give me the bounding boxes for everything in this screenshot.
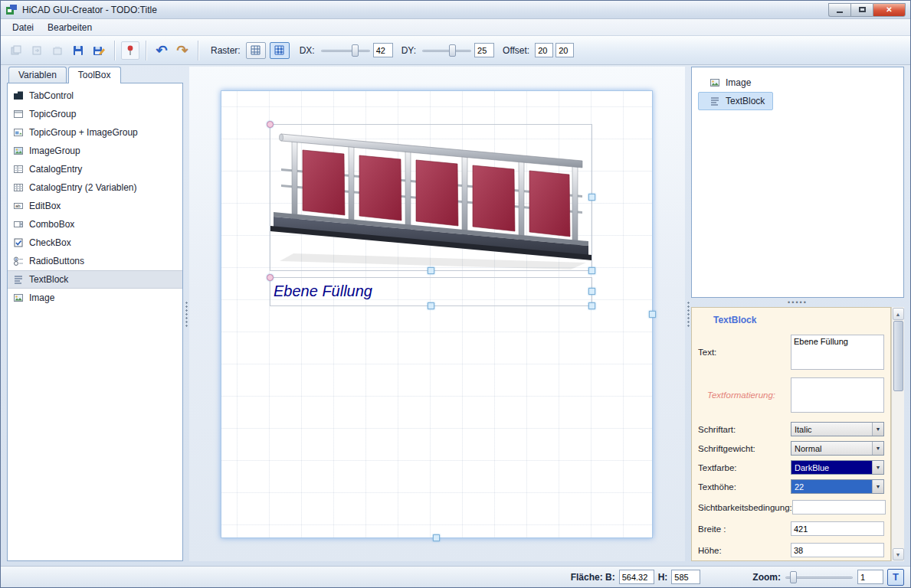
design-element-image[interactable]	[270, 124, 592, 271]
dx-slider[interactable]	[320, 43, 371, 58]
redo-icon[interactable]: ↷	[173, 41, 192, 60]
element-item-image[interactable]: Image	[698, 74, 759, 92]
toolbox-item-catalogentry-2[interactable]: CatalogEntry (2 Variablen)	[8, 178, 182, 197]
toolbox-item-label: ComboBox	[29, 219, 74, 230]
undo-icon[interactable]: ↶	[152, 41, 171, 60]
textfarbe-value: DarkBlue	[791, 461, 872, 474]
chevron-down-icon[interactable]: ▼	[872, 461, 883, 474]
scroll-up-icon[interactable]: ▲	[893, 308, 904, 320]
copy-disabled-icon[interactable]	[28, 41, 46, 60]
save-icon[interactable]	[69, 41, 87, 60]
toolbox-item-textblock[interactable]: TextBlock	[8, 270, 182, 289]
properties-splitter[interactable]: •••••	[691, 298, 904, 307]
menu-bearbeiten[interactable]: Bearbeiten	[41, 20, 99, 35]
offset-y-input[interactable]	[555, 43, 574, 57]
dy-slider-thumb[interactable]	[449, 44, 456, 57]
scrollbar-thumb[interactable]	[893, 321, 903, 391]
menu-datei[interactable]: Datei	[5, 20, 41, 35]
toolbox-item-label: TabControl	[29, 90, 74, 101]
dx-slider-thumb[interactable]	[352, 44, 359, 57]
save-as-icon[interactable]	[90, 41, 108, 60]
catalogentry-2-icon	[13, 182, 24, 193]
toolbox-item-label: ImageGroup	[29, 145, 80, 156]
toolbox-item-catalogentry[interactable]: CatalogEntry	[8, 160, 182, 178]
resize-handle-bottom-right[interactable]	[588, 302, 595, 309]
toolbox-item-topicgroup-imagegroup[interactable]: TopicGroup + ImageGroup	[8, 123, 182, 142]
rotate-handle[interactable]	[267, 121, 274, 128]
textformatierung-input[interactable]	[791, 377, 884, 413]
textfarbe-select[interactable]: DarkBlue ▼	[791, 460, 884, 475]
resize-handle-right[interactable]	[588, 194, 595, 201]
chevron-down-icon[interactable]: ▼	[872, 442, 883, 455]
tab-toolbox[interactable]: ToolBox	[68, 67, 121, 83]
chevron-down-icon[interactable]: ▼	[872, 423, 883, 436]
zoom-slider[interactable]	[785, 570, 854, 585]
toolbox-item-label: Image	[29, 292, 54, 303]
breite-input[interactable]	[791, 521, 884, 536]
toolbox-item-combobox[interactable]: ComboBox	[8, 215, 182, 234]
toolbox-item-label: EditBox	[29, 201, 61, 211]
toolbox-item-imagegroup[interactable]: ImageGroup	[8, 142, 182, 160]
resize-handle-right[interactable]	[588, 288, 595, 295]
maximize-button[interactable]	[850, 3, 873, 17]
dy-slider[interactable]	[421, 43, 472, 58]
flaeche-label: Fläche: B:	[571, 572, 615, 583]
grid-snap-icon[interactable]	[270, 42, 290, 59]
properties-scrollbar[interactable]: ▲ ▼	[891, 307, 904, 561]
minimize-button[interactable]	[828, 3, 850, 17]
pin-icon[interactable]	[121, 41, 139, 60]
close-icon: ✕	[886, 5, 892, 14]
zoom-slider-thumb[interactable]	[790, 571, 797, 583]
schriftgewicht-select[interactable]: Normal ▼	[791, 441, 884, 456]
dy-input[interactable]	[474, 43, 494, 57]
topicgroup-icon	[13, 109, 24, 119]
element-item-textblock[interactable]: TextBlock	[698, 92, 773, 110]
texthoehe-select[interactable]: 22 ▼	[791, 479, 884, 494]
dx-input[interactable]	[373, 43, 393, 57]
toolbox-item-radiobuttons[interactable]: RadioButtons	[8, 252, 182, 270]
scroll-down-icon[interactable]: ▼	[893, 548, 904, 560]
sichtbarkeitsbedingung-input[interactable]	[792, 500, 886, 514]
import-disabled-icon[interactable]	[48, 41, 67, 60]
flaeche-h-input[interactable]	[671, 570, 700, 584]
text-input[interactable]: Ebene Füllung	[791, 335, 884, 370]
tab-variablen[interactable]: Variablen	[8, 67, 67, 83]
toolbox-item-checkbox[interactable]: CheckBox	[8, 234, 182, 252]
breite-label: Breite :	[698, 524, 791, 534]
toolbox-item-editbox[interactable]: ab EditBox	[8, 197, 182, 215]
railing-image	[270, 125, 591, 270]
chevron-down-icon[interactable]: ▼	[872, 480, 883, 493]
left-splitter[interactable]	[183, 67, 189, 561]
design-page[interactable]: Ebene Füllung	[221, 90, 653, 538]
page-resize-handle-right[interactable]	[649, 311, 656, 318]
dx-label: DX:	[300, 45, 315, 56]
texthoehe-label: Texthöhe:	[698, 482, 791, 492]
toolbar-separator	[198, 41, 198, 60]
design-element-textblock[interactable]: Ebene Füllung	[270, 277, 592, 306]
flaeche-b-input[interactable]	[619, 570, 654, 584]
text-tool-button[interactable]: T	[887, 569, 904, 586]
hoehe-input[interactable]	[791, 543, 884, 557]
schriftart-select[interactable]: Italic ▼	[791, 422, 884, 436]
resize-handle-bottom[interactable]	[428, 302, 434, 309]
resize-handle-bottom[interactable]	[428, 267, 434, 274]
page-resize-handle-bottom[interactable]	[433, 534, 440, 541]
zoom-input[interactable]	[857, 570, 883, 584]
rotate-handle[interactable]	[267, 274, 274, 281]
offset-x-input[interactable]	[535, 43, 553, 57]
toolbox-item-tabcontrol[interactable]: TabControl	[8, 87, 182, 105]
close-button[interactable]: ✕	[873, 3, 906, 17]
toolbox-item-topicgroup[interactable]: TopicGroup	[8, 105, 182, 123]
toolbox-item-label: CatalogEntry (2 Variablen)	[29, 182, 137, 193]
grid-icon[interactable]	[246, 42, 266, 59]
resize-handle-bottom-right[interactable]	[588, 267, 595, 274]
dy-label: DY:	[401, 45, 416, 56]
canvas-area[interactable]: Ebene Füllung	[189, 67, 685, 561]
toolbox-item-label: TextBlock	[29, 274, 68, 285]
right-splitter[interactable]	[685, 67, 691, 561]
toolbox-item-image[interactable]: Image	[8, 289, 182, 307]
app-icon	[5, 4, 18, 16]
radiobuttons-icon	[13, 256, 24, 266]
elements-list: Image TextBlock	[691, 67, 904, 298]
paste-disabled-icon[interactable]	[7, 41, 25, 60]
